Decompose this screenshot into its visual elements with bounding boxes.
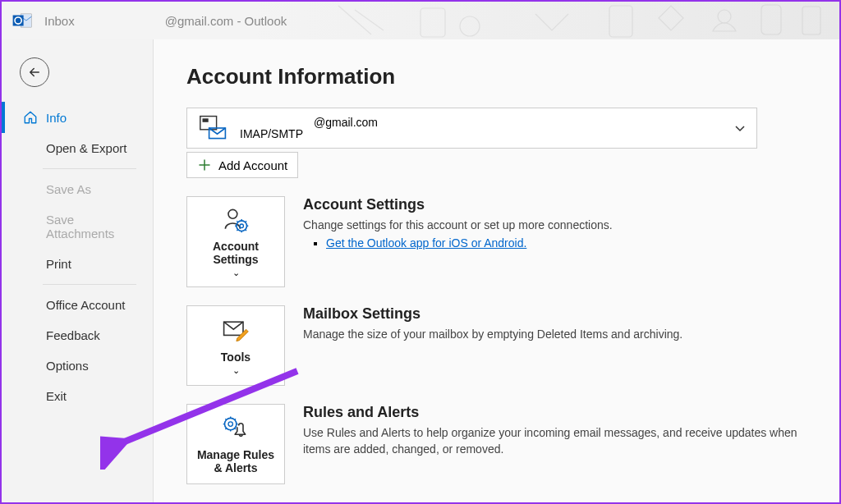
sidebar-item-options[interactable]: Options: [2, 351, 153, 381]
tools-tile[interactable]: Tools⌄: [186, 305, 285, 386]
section-body: Rules and AlertsUse Rules and Alerts to …: [303, 404, 807, 484]
sidebar-label: Exit: [46, 389, 67, 403]
manage-rules-alerts-icon: [221, 414, 250, 443]
account-settings-icon: [221, 205, 250, 235]
chevron-down-icon: ⌄: [232, 365, 240, 376]
manage-rules-alerts-tile[interactable]: Manage Rules & Alerts: [186, 404, 285, 484]
tools-icon: [221, 316, 250, 346]
account-protocol: IMAP/SMTP: [240, 127, 378, 140]
svg-rect-7: [761, 5, 781, 34]
header-decoration: [306, 2, 839, 39]
section-description: Manage the size of your mailbox by empty…: [303, 326, 807, 342]
account-text: @gmail.com IMAP/SMTP: [240, 116, 378, 140]
sidebar-label: Feedback: [46, 328, 100, 342]
sidebar-label: Save Attachments: [46, 213, 140, 241]
section-account-settings: Account Settings⌄Account SettingsChange …: [186, 196, 807, 287]
sidebar-label: Print: [46, 257, 71, 271]
add-account-label: Add Account: [218, 158, 287, 172]
tile-label: Tools: [221, 351, 250, 364]
page-title: Account Information: [186, 64, 807, 89]
section-tools: Tools⌄Mailbox SettingsManage the size of…: [186, 305, 807, 386]
section-heading: Mailbox Settings: [303, 305, 807, 323]
section-heading: Account Settings: [303, 196, 807, 213]
svg-point-14: [240, 224, 244, 228]
sidebar-label: Open & Export: [46, 141, 126, 155]
sidebar-label: Save As: [46, 182, 91, 196]
sidebar-item-office-account[interactable]: Office Account: [2, 290, 153, 320]
chevron-down-icon: [735, 121, 745, 135]
sidebar-label: Options: [46, 359, 89, 373]
section-body: Account SettingsChange settings for this…: [303, 196, 807, 287]
section-description: Use Rules and Alerts to help organize yo…: [303, 424, 807, 458]
svg-point-12: [228, 209, 237, 218]
section-description: Change settings for this account or set …: [303, 217, 807, 233]
svg-rect-10: [203, 118, 209, 122]
svg-point-13: [237, 221, 247, 231]
tile-label: Manage Rules & Alerts: [194, 448, 278, 474]
header-email-context: @gmail.com - Outlook: [165, 14, 287, 28]
section-manage-rules-alerts: Manage Rules & AlertsRules and AlertsUse…: [186, 404, 807, 484]
arrow-left-icon: [27, 65, 42, 80]
back-button[interactable]: [20, 57, 49, 87]
account-mailbox-icon: [199, 113, 228, 143]
svg-rect-4: [420, 8, 445, 37]
sidebar-divider: [43, 284, 136, 285]
sidebar-item-info[interactable]: Info: [2, 102, 153, 133]
outlook-logo-icon: [11, 10, 33, 31]
sidebar-item-save-as: Save As: [2, 174, 153, 204]
tile-label: Account Settings: [194, 240, 278, 266]
add-account-button[interactable]: Add Account: [186, 152, 298, 178]
sidebar-label: Info: [46, 111, 67, 125]
sidebar-item-feedback[interactable]: Feedback: [2, 320, 153, 351]
section-heading: Rules and Alerts: [303, 404, 807, 421]
sidebar: InfoOpen & ExportSave AsSave Attachments…: [2, 39, 154, 502]
sidebar-item-print[interactable]: Print: [2, 249, 153, 279]
sidebar-item-save-attachments: Save Attachments: [2, 204, 153, 249]
app-header: Inbox @gmail.com - Outlook: [2, 2, 839, 39]
sidebar-label: Office Account: [46, 298, 125, 312]
svg-point-3: [460, 16, 480, 36]
account-settings-tile[interactable]: Account Settings⌄: [186, 196, 285, 287]
plus-icon: [197, 158, 212, 172]
section-body: Mailbox SettingsManage the size of your …: [303, 305, 807, 386]
header-inbox-label: Inbox: [44, 14, 75, 28]
chevron-down-icon: ⌄: [232, 268, 240, 278]
svg-point-17: [228, 422, 232, 426]
home-icon: [23, 110, 38, 125]
svg-rect-5: [609, 6, 632, 37]
section-link[interactable]: Get the Outlook app for iOS or Android.: [326, 236, 526, 250]
svg-point-6: [718, 10, 731, 23]
sidebar-item-open-export[interactable]: Open & Export: [2, 133, 153, 163]
sidebar-divider: [43, 168, 136, 169]
sidebar-item-exit[interactable]: Exit: [2, 381, 153, 411]
svg-rect-8: [802, 7, 820, 34]
content-area: Account Information @gmail.com IMAP/SMTP: [154, 39, 839, 502]
account-selector[interactable]: @gmail.com IMAP/SMTP: [186, 108, 757, 149]
